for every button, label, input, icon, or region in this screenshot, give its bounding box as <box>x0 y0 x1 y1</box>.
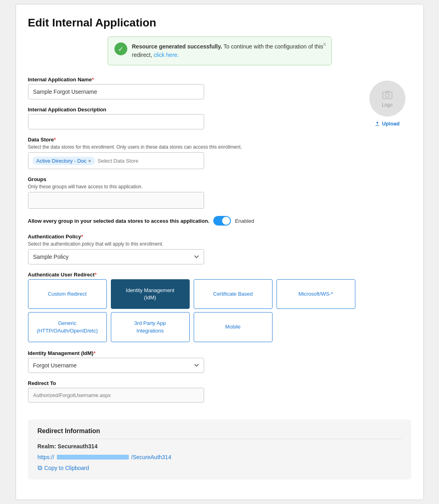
data-store-tag-remove[interactable]: × <box>88 158 91 164</box>
auth-policy-sublabel: Select the authentication policy that wi… <box>28 241 355 247</box>
svg-point-1 <box>385 94 389 97</box>
camera-icon <box>382 89 393 101</box>
toggle-label: Allow every group in your selected data … <box>28 218 210 224</box>
app-name-input[interactable]: Sample Forgot Username <box>28 84 204 99</box>
redirect-info-section: Redirect Information Realm: Secureauth31… <box>28 419 411 480</box>
auth-policy-group: Authentication Policy* Select the authen… <box>28 234 355 264</box>
redirect-btn-cert[interactable]: Certificate Based <box>194 279 273 309</box>
success-text: Resource generated successfully. To cont… <box>132 42 325 59</box>
idm-label: Identity Management (IdM)* <box>28 350 355 356</box>
redirect-btn-3rdparty[interactable]: 3rd Party AppIntegrations <box>111 312 190 342</box>
url-end: /SecureAuth314 <box>131 454 171 460</box>
upload-label: Upload <box>382 121 399 127</box>
app-desc-input[interactable] <box>28 114 204 129</box>
groups-group: Groups Only these groups will have acces… <box>28 176 355 209</box>
divider <box>38 439 402 439</box>
url-row: https:// /SecureAuth314 <box>38 454 402 464</box>
redirect-info-title: Redirect Information <box>38 427 402 435</box>
form-main: Internal Application Name* Sample Forgot… <box>28 77 355 410</box>
toggle-status: Enabled <box>235 218 254 224</box>
data-store-input[interactable]: Active Directory - Doc × <box>28 152 204 169</box>
app-desc-group: Internal Application Description <box>28 107 355 129</box>
idm-group: Identity Management (IdM)* Forgot Userna… <box>28 350 355 373</box>
form-section: Internal Application Name* Sample Forgot… <box>28 77 411 410</box>
app-name-label: Internal Application Name* <box>28 77 355 83</box>
copy-icon: ⧉ <box>38 464 42 472</box>
redirect-btn-empty <box>277 312 355 342</box>
app-desc-label: Internal Application Description <box>28 107 355 113</box>
copy-label: Copy to Clipboard <box>44 465 89 471</box>
auth-redirect-label: Authenticate User Redirect* <box>28 272 355 278</box>
data-store-sublabel: Select the data stores for this enrollme… <box>28 144 355 150</box>
redirect-btn-custom[interactable]: Custom Redirect <box>28 279 107 309</box>
groups-input[interactable] <box>28 192 204 209</box>
upload-icon <box>375 121 380 127</box>
auth-policy-label: Authentication Policy* <box>28 234 355 240</box>
redirect-to-input[interactable] <box>28 388 204 403</box>
data-store-group: Data Store* Select the data stores for t… <box>28 137 355 169</box>
realm-value: Secureauth314 <box>58 443 98 450</box>
redirect-btn-generic[interactable]: Generic(HTTP/OAuth/OpenID/etc) <box>28 312 107 342</box>
groups-sublabel: Only these groups will have access to th… <box>28 184 355 190</box>
realm-text: Realm: Secureauth314 <box>38 443 402 450</box>
redirect-to-label: Redirect To <box>28 380 355 386</box>
redirect-url-link[interactable]: https:// /SecureAuth314 <box>38 454 171 460</box>
auth-policy-select[interactable]: Sample Policy <box>28 249 204 264</box>
logo-label: Logo <box>382 102 393 108</box>
redirect-buttons-row2: Generic(HTTP/OAuth/OpenID/etc) 3rd Party… <box>28 312 355 342</box>
data-store-search-input[interactable] <box>98 158 200 164</box>
url-masked <box>57 455 129 460</box>
success-banner: ✓ Resource generated successfully. To co… <box>108 36 332 65</box>
idm-select[interactable]: Forgot Username <box>28 358 204 373</box>
data-store-tag: Active Directory - Doc × <box>32 157 95 165</box>
banner-link[interactable]: click here. <box>154 52 179 58</box>
groups-label: Groups <box>28 176 355 182</box>
data-store-label: Data Store* <box>28 137 355 143</box>
redirect-buttons-row1: Custom Redirect Identity Management(IdM)… <box>28 279 355 309</box>
toggle-row: Allow every group in your selected data … <box>28 216 355 226</box>
app-name-group: Internal Application Name* Sample Forgot… <box>28 77 355 99</box>
page-title: Edit Internal Application <box>28 16 411 29</box>
realm-label: Realm: <box>38 443 56 450</box>
banner-bold: Resource generated successfully. <box>132 43 222 50</box>
redirect-btn-idm[interactable]: Identity Management(IdM) <box>111 279 190 309</box>
upload-button[interactable]: Upload <box>375 121 399 127</box>
redirect-btn-mobile[interactable]: Mobile <box>194 312 273 342</box>
auth-redirect-group: Authenticate User Redirect* Custom Redir… <box>28 272 355 342</box>
logo-placeholder: Logo <box>369 81 405 117</box>
copy-to-clipboard-button[interactable]: ⧉ Copy to Clipboard <box>38 464 89 472</box>
banner-close-button[interactable]: × <box>323 41 326 48</box>
toggle-switch[interactable] <box>213 216 231 226</box>
redirect-to-group: Redirect To <box>28 380 355 403</box>
redirect-btn-ms[interactable]: Microsoft/WS-* <box>277 279 355 309</box>
url-start: https:// <box>38 454 54 460</box>
success-icon: ✓ <box>114 42 127 55</box>
form-side: Logo Upload <box>363 77 411 410</box>
